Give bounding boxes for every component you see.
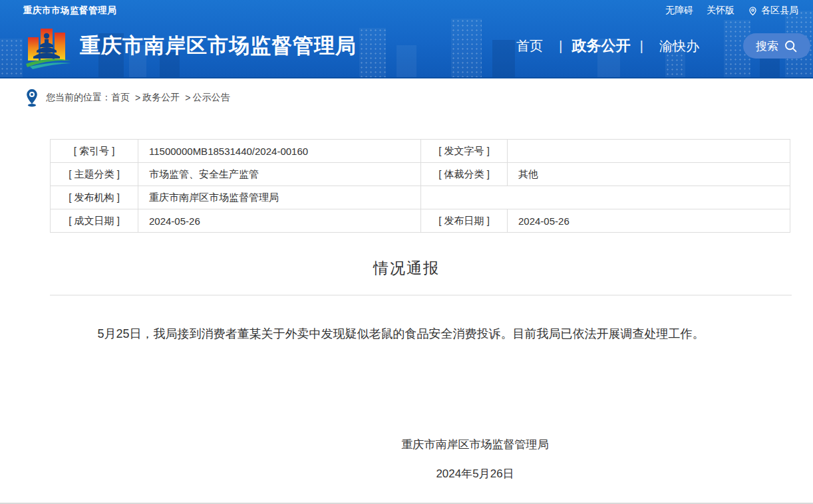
- meta-label-genre-category: [ 体裁分类 ]: [421, 163, 508, 186]
- table-row: [ 主题分类 ] 市场监管、安全生产监管 [ 体裁分类 ] 其他: [51, 163, 790, 186]
- site-title: 重庆市南岸区市场监督管理局: [80, 32, 357, 60]
- topbar: 重庆市市场监督管理局 无障碍 关怀版 各区县局: [0, 0, 813, 17]
- article-signature: 重庆市南岸区市场监督管理局 2024年5月26日: [0, 437, 813, 481]
- location-pin-icon: [748, 6, 758, 16]
- nav-item-home[interactable]: 首页: [500, 37, 559, 55]
- meta-value-publisher: 重庆市南岸区市场监督管理局: [138, 186, 421, 209]
- breadcrumb-separator: >: [185, 92, 190, 103]
- district-bureaus-link[interactable]: 各区县局: [748, 5, 798, 17]
- meta-label-topic-category: [ 主题分类 ]: [51, 163, 138, 186]
- meta-label-index-no: [ 索引号 ]: [51, 140, 138, 163]
- meta-value-doc-no: [508, 140, 790, 163]
- document-meta-table: [ 索引号 ] 11500000MB18531440/2024-00160 [ …: [50, 139, 790, 233]
- care-mode-link[interactable]: 关怀版: [707, 5, 734, 17]
- meta-value-index-no: 11500000MB18531440/2024-00160: [138, 140, 421, 163]
- signature-org: 重庆市南岸区市场监督管理局: [137, 437, 813, 452]
- table-row: [ 索引号 ] 11500000MB18531440/2024-00160 [ …: [51, 140, 790, 163]
- topbar-links: 无障碍 关怀版 各区县局: [665, 5, 798, 17]
- table-row: [ 成文日期 ] 2024-05-26 [ 发布日期 ] 2024-05-26: [51, 209, 790, 233]
- search-button-label: 搜索: [756, 39, 778, 54]
- breadcrumb: 您当前的位置： 首页 > 政务公开 > 公示公告: [0, 78, 813, 117]
- meta-value-publish-date: 2024-05-26: [508, 209, 790, 233]
- article-title: 情况通报: [0, 258, 813, 279]
- meta-label-publish-date: [ 发布日期 ]: [421, 209, 508, 233]
- main-nav: 首页 | 政务公开 | 渝快办: [500, 36, 715, 56]
- meta-label-doc-no: [ 发文字号 ]: [421, 140, 508, 163]
- nav-item-yukuaiban[interactable]: 渝快办: [643, 37, 715, 55]
- meta-value-written-date: 2024-05-26: [138, 209, 421, 233]
- breadcrumb-item-home[interactable]: 首页: [111, 92, 130, 104]
- site-header: 重庆市市场监督管理局 无障碍 关怀版 各区县局: [0, 0, 813, 78]
- meta-value-topic-category: 市场监管、安全生产监管: [138, 163, 421, 186]
- article-body: 5月25日，我局接到消费者董某关于外卖中发现疑似老鼠的食品安全消费投诉。目前我局…: [70, 324, 784, 344]
- title-divider: [50, 295, 792, 296]
- bureau-logo: [24, 23, 73, 69]
- search-icon: [784, 39, 798, 53]
- meta-label-publisher: [ 发布机构 ]: [51, 186, 138, 209]
- parent-site-name[interactable]: 重庆市市场监督管理局: [23, 5, 116, 17]
- meta-empty-cell: [421, 186, 790, 209]
- breadcrumb-text: 您当前的位置： 首页 > 政务公开 > 公示公告: [46, 92, 230, 104]
- nav-item-gov-disclosure[interactable]: 政务公开: [563, 36, 640, 56]
- breadcrumb-item-announcements[interactable]: 公示公告: [192, 92, 230, 104]
- breadcrumb-prefix: 您当前的位置：: [46, 92, 111, 104]
- breadcrumb-separator: >: [135, 92, 140, 103]
- search-button[interactable]: 搜索: [743, 33, 810, 59]
- meta-value-genre-category: 其他: [508, 163, 790, 186]
- breadcrumb-pin-icon: [25, 88, 39, 107]
- district-bureaus-label: 各区县局: [761, 5, 798, 17]
- banner: 重庆市南岸区市场监督管理局 首页 | 政务公开 | 渝快办 搜索: [0, 17, 813, 74]
- table-row: [ 发布机构 ] 重庆市南岸区市场监督管理局: [51, 186, 790, 209]
- page: 重庆市市场监督管理局 无障碍 关怀版 各区县局: [0, 0, 813, 504]
- signature-date: 2024年5月26日: [137, 466, 813, 481]
- breadcrumb-item-gov-disclosure[interactable]: 政务公开: [142, 92, 180, 104]
- meta-label-written-date: [ 成文日期 ]: [51, 209, 138, 233]
- accessibility-link[interactable]: 无障碍: [665, 5, 693, 17]
